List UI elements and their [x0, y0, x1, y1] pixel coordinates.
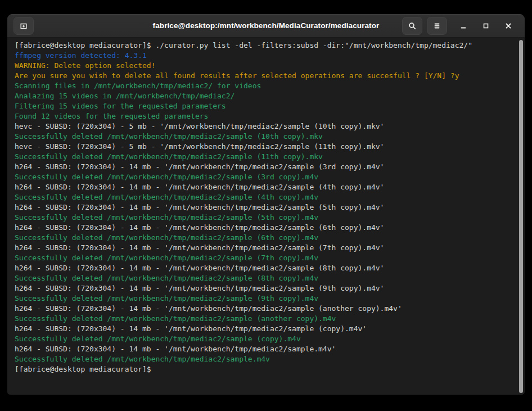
- terminal-line: Successfully deleted /mnt/workbench/tmp/…: [15, 273, 510, 283]
- terminal-line: h264 - SUBSD: (720x304) - 14 mb - '/mnt/…: [15, 182, 510, 192]
- terminal-line: WARNING: Delete option selected!: [15, 61, 510, 71]
- terminal-line: hevc - SUBSD: (720x304) - 5 mb - '/mnt/w…: [15, 121, 510, 132]
- terminal-line: ffmpeg version detected: 4.3.1: [15, 51, 510, 61]
- terminal-line: Filtering 15 videos for the requested pa…: [15, 101, 510, 111]
- terminal-line: Successfully deleted /mnt/workbench/tmp/…: [15, 192, 510, 202]
- terminal-line: h264 - SUBSD: (720x304) - 14 mb - '/mnt/…: [15, 304, 510, 314]
- terminal-line: Successfully deleted /mnt/workbench/tmp/…: [15, 253, 510, 263]
- terminal-line: Successfully deleted /mnt/workbench/tmp/…: [15, 314, 510, 324]
- terminal-window: fabrice@desktop:/mnt/workbench/MediaCura…: [7, 14, 525, 395]
- terminal-line: h264 - SUBSD: (720x304) - 14 mb - '/mnt/…: [15, 243, 510, 253]
- minimize-icon: [459, 21, 468, 30]
- terminal-line: hevc - SUBSD: (720x304) - 5 mb - '/mnt/w…: [15, 142, 510, 152]
- terminal-line: Successfully deleted /mnt/workbench/tmp/…: [15, 172, 510, 182]
- terminal-line: Successfully deleted /mnt/workbench/tmp/…: [15, 132, 510, 142]
- hamburger-menu-icon: [432, 21, 441, 30]
- terminal-line: [fabrice@desktop mediacurator]$ ./curato…: [15, 40, 510, 51]
- minimize-button[interactable]: [455, 17, 472, 34]
- menu-button[interactable]: [427, 17, 447, 35]
- terminal-line: Analazing 15 videos in /mnt/workbench/tm…: [15, 91, 510, 101]
- terminal-line: h264 - SUBSD: (720x304) - 14 mb - '/mnt/…: [15, 223, 510, 233]
- terminal-line: Successfully deleted /mnt/workbench/tmp/…: [15, 233, 510, 243]
- terminal-line: h264 - SUBSD: (720x304) - 14 mb - '/mnt/…: [15, 324, 510, 334]
- new-tab-button[interactable]: [13, 17, 34, 35]
- terminal-line: h264 - SUBSD: (720x304) - 14 mb - '/mnt/…: [15, 263, 510, 273]
- search-button[interactable]: [402, 17, 422, 35]
- terminal-line: h264 - SUBSD: (720x304) - 14 mb - '/mnt/…: [15, 162, 510, 172]
- scrollbar[interactable]: [518, 39, 524, 394]
- terminal-output[interactable]: [fabrice@desktop mediacurator]$ ./curato…: [7, 38, 525, 395]
- close-button[interactable]: [500, 17, 517, 34]
- maximize-button[interactable]: [477, 17, 494, 34]
- terminal-line: h264 - SUBSD: (720x304) - 14 mb - '/mnt/…: [15, 202, 510, 213]
- terminal-line: Successfully deleted /mnt/workbench/tmp/…: [15, 152, 510, 162]
- titlebar-controls: [402, 14, 517, 37]
- terminal-line: Successfully deleted /mnt/workbench/tmp/…: [15, 293, 510, 304]
- terminal-line: [fabrice@desktop mediacurator]$: [15, 364, 510, 374]
- maximize-icon: [481, 21, 490, 30]
- terminal-line: Are you sure you wish to delete all foun…: [15, 71, 510, 81]
- terminal-line: h264 - SUBSD: (720x304) - 14 mb - '/mnt/…: [15, 283, 510, 293]
- terminal-line: h264 - SUBSD: (720x304) - 14 mb - '/mnt/…: [15, 344, 510, 354]
- terminal-line: Scanning files in /mnt/workbench/tmp/med…: [15, 81, 510, 91]
- titlebar[interactable]: fabrice@desktop:/mnt/workbench/MediaCura…: [7, 14, 525, 38]
- new-tab-icon: [19, 21, 28, 30]
- search-icon: [408, 21, 417, 30]
- terminal-line: Successfully deleted /mnt/workbench/tmp/…: [15, 334, 510, 344]
- close-icon: [504, 21, 513, 30]
- terminal-line: Successfully deleted /mnt/workbench/tmp/…: [15, 354, 510, 364]
- scrollbar-thumb[interactable]: [519, 40, 523, 393]
- terminal-line: Found 12 videos for the requested parame…: [15, 111, 510, 121]
- terminal-line: Successfully deleted /mnt/workbench/tmp/…: [15, 213, 510, 223]
